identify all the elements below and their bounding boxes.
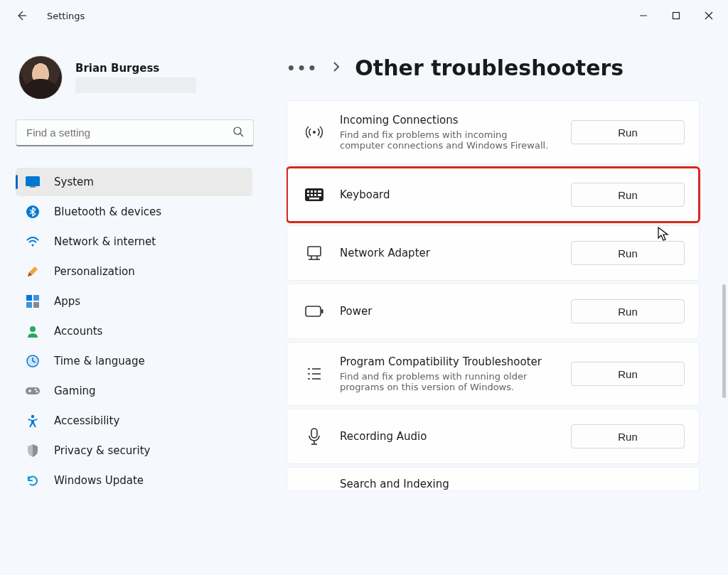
sidebar-item-label: Privacy & security: [54, 444, 150, 457]
network-icon: [26, 235, 40, 249]
svg-point-21: [313, 131, 316, 134]
svg-rect-7: [30, 186, 36, 188]
sidebar-item-label: Bluetooth & devices: [54, 205, 161, 218]
breadcrumb: ••• Other troubleshooters: [287, 55, 704, 80]
app-title: Settings: [47, 11, 85, 21]
search-icon: [232, 126, 244, 140]
accounts-icon: [26, 324, 40, 338]
run-button[interactable]: Run: [571, 362, 685, 386]
minimize-button[interactable]: [627, 4, 660, 27]
troubleshooter-desc: Find and fix problems with incoming comp…: [340, 129, 553, 151]
troubleshooter-keyboard: Keyboard Run: [287, 167, 700, 222]
svg-point-4: [234, 127, 241, 134]
run-button[interactable]: Run: [571, 241, 685, 265]
personalization-icon: [26, 264, 40, 279]
sidebar-item-apps[interactable]: Apps: [16, 287, 252, 316]
sidebar-item-label: Apps: [54, 295, 80, 308]
network-adapter-icon: [304, 243, 324, 263]
troubleshooter-title: Recording Audio: [340, 430, 555, 443]
compat-icon: [304, 364, 324, 384]
back-button[interactable]: [10, 4, 33, 27]
troubleshooter-title: Network Adapter: [340, 247, 555, 259]
scrollbar-thumb[interactable]: [722, 284, 726, 398]
troubleshooter-program-compat: Program Compatibility Troubleshooter Fin…: [287, 342, 700, 406]
sidebar-item-accounts[interactable]: Accounts: [16, 317, 252, 345]
sidebar-item-label: Windows Update: [54, 474, 144, 487]
troubleshooter-search-indexing: Search and Indexing: [287, 467, 700, 491]
sidebar-item-label: Network & internet: [54, 235, 156, 248]
close-icon: [705, 11, 713, 20]
sidebar-item-time[interactable]: Time & language: [16, 347, 252, 375]
svg-rect-27: [307, 194, 309, 196]
sidebar-item-label: Accounts: [54, 325, 102, 338]
svg-rect-12: [26, 302, 32, 308]
sidebar-item-bluetooth[interactable]: Bluetooth & devices: [16, 198, 252, 226]
svg-point-14: [30, 326, 36, 332]
svg-rect-6: [26, 176, 40, 186]
run-button[interactable]: Run: [571, 424, 685, 448]
sidebar-item-accessibility[interactable]: Accessibility: [16, 407, 252, 435]
power-icon: [304, 301, 324, 321]
close-button[interactable]: [692, 4, 725, 27]
sidebar-item-label: Accessibility: [54, 414, 119, 427]
run-button[interactable]: Run: [571, 299, 685, 323]
keyboard-icon: [304, 185, 324, 205]
chevron-right-icon: [332, 61, 341, 75]
troubleshooter-list: Incoming Connections Find and fix proble…: [287, 100, 704, 498]
sidebar-item-system[interactable]: System: [16, 168, 252, 196]
update-icon: [26, 473, 40, 488]
page-title: Other troubleshooters: [355, 55, 623, 80]
troubleshooter-title: Keyboard: [340, 188, 555, 201]
troubleshooter-desc: Find and fix problems with running older…: [340, 371, 553, 392]
maximize-button[interactable]: [660, 4, 692, 27]
svg-line-5: [240, 134, 243, 136]
sidebar-item-personalization[interactable]: Personalization: [16, 257, 252, 286]
svg-point-9: [32, 244, 34, 247]
run-button[interactable]: Run: [571, 183, 685, 207]
profile-section[interactable]: Brian Burgess: [16, 45, 259, 107]
svg-rect-44: [311, 429, 317, 438]
svg-point-18: [35, 389, 37, 391]
maximize-icon: [672, 11, 680, 20]
content: ••• Other troubleshooters Incoming Conne…: [267, 31, 728, 575]
sidebar-item-label: System: [54, 176, 94, 188]
breadcrumb-overflow[interactable]: •••: [287, 60, 318, 77]
svg-rect-30: [318, 194, 321, 196]
sidebar-item-label: Gaming: [54, 385, 96, 397]
apps-icon: [26, 294, 40, 308]
svg-rect-17: [26, 387, 40, 394]
svg-rect-32: [308, 247, 321, 256]
minimize-icon: [639, 11, 648, 20]
svg-rect-10: [26, 295, 32, 301]
troubleshooter-network-adapter: Network Adapter Run: [287, 225, 700, 281]
svg-rect-13: [33, 302, 39, 308]
bluetooth-icon: [26, 205, 40, 219]
troubleshooter-title: Incoming Connections: [340, 114, 555, 127]
incoming-icon: [304, 122, 324, 142]
arrow-left-icon: [16, 10, 27, 21]
svg-rect-24: [311, 190, 313, 193]
mic-icon: [304, 426, 324, 446]
sidebar-item-update[interactable]: Windows Update: [16, 466, 252, 495]
search-input[interactable]: [16, 119, 254, 146]
sidebar-item-network[interactable]: Network & internet: [16, 227, 252, 256]
run-button[interactable]: Run: [571, 120, 685, 144]
search-container: [16, 119, 254, 146]
sidebar-item-privacy[interactable]: Privacy & security: [16, 436, 252, 465]
profile-name: Brian Burgess: [75, 62, 196, 75]
gaming-icon: [26, 384, 40, 398]
troubleshooter-title: Power: [340, 305, 555, 318]
svg-rect-11: [33, 295, 39, 301]
troubleshooter-power: Power Run: [287, 284, 700, 339]
sidebar: Brian Burgess System Bluetooth & devices…: [0, 31, 267, 575]
svg-rect-37: [321, 309, 323, 313]
svg-rect-28: [311, 194, 313, 196]
sidebar-item-gaming[interactable]: Gaming: [16, 377, 252, 405]
avatar: [18, 55, 63, 100]
svg-rect-36: [306, 306, 321, 316]
troubleshooter-incoming-connections: Incoming Connections Find and fix proble…: [287, 100, 700, 164]
profile-email-placeholder: [75, 77, 196, 93]
troubleshooter-recording-audio: Recording Audio Run: [287, 409, 700, 464]
svg-rect-23: [307, 190, 309, 193]
time-icon: [26, 354, 40, 368]
